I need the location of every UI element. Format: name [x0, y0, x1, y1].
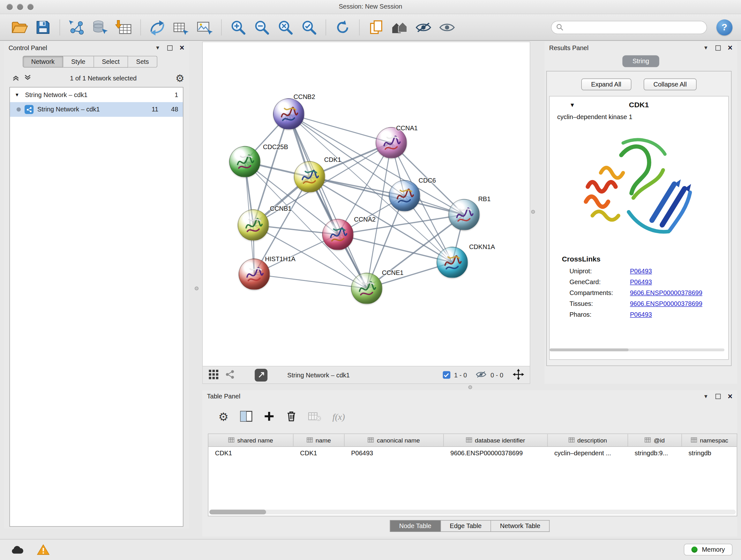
zoom-out-button[interactable] — [251, 16, 273, 38]
crosslink-link[interactable]: 9606.ENSP00000378699 — [630, 300, 702, 307]
network-node-CCNE1[interactable] — [351, 273, 382, 304]
copy-button[interactable] — [365, 16, 387, 38]
search-input[interactable] — [567, 23, 702, 30]
network-from-selection-button[interactable] — [146, 16, 168, 38]
import-table-file-button[interactable] — [113, 16, 135, 38]
warning-icon[interactable] — [34, 543, 52, 557]
network-node-CDKN1A[interactable] — [436, 247, 468, 278]
detach-view-button[interactable] — [255, 368, 267, 381]
function-builder-icon[interactable]: f(x) — [333, 412, 345, 422]
crosslink-link[interactable]: P06493 — [630, 267, 652, 274]
network-node-CDC25B[interactable] — [229, 146, 260, 178]
table-cell[interactable]: CDK1 — [208, 447, 293, 459]
table-settings-icon[interactable]: ⚙ — [218, 411, 228, 423]
pan-crosshair-icon[interactable] — [513, 368, 524, 381]
network-node-CCNB1[interactable] — [238, 209, 269, 241]
float-panel-icon[interactable] — [716, 394, 721, 399]
results-scrollbar[interactable] — [549, 348, 724, 351]
network-node-HIST1H1A[interactable] — [239, 259, 270, 290]
collapse-gene-icon[interactable]: ▼ — [569, 102, 575, 108]
refresh-layout-button[interactable] — [332, 16, 354, 38]
tab-string[interactable]: String — [622, 55, 659, 67]
network-view[interactable]: CCNB2CCNA1CDC25BCDK1CDC6RB1CCNB1CCNA2CDK… — [202, 42, 530, 384]
tab-select[interactable]: Select — [94, 56, 128, 68]
network-node-CCNA1[interactable] — [376, 127, 407, 159]
expand-all-button[interactable]: Expand All — [581, 78, 631, 90]
network-collection-row[interactable]: ▼ String Network – cdk1 1 — [10, 87, 183, 102]
import-network-file-button[interactable] — [66, 16, 87, 38]
selected-checkbox-icon[interactable] — [443, 371, 451, 379]
column-header--id[interactable]: @id — [628, 434, 682, 446]
import-network-database-button[interactable] — [89, 16, 111, 38]
caret-down-icon[interactable]: ▼ — [15, 92, 21, 98]
zoom-in-button[interactable] — [227, 16, 249, 38]
tab-network-table[interactable]: Network Table — [491, 520, 550, 532]
crosslink-link[interactable]: 9606.ENSP00000378699 — [630, 289, 702, 296]
table-cell[interactable]: stringdb — [682, 447, 737, 459]
network-node-CDK1[interactable] — [294, 161, 325, 192]
save-session-button[interactable] — [32, 16, 54, 38]
tab-edge-table[interactable]: Edge Table — [441, 520, 491, 532]
network-node-CCNA2[interactable] — [322, 219, 354, 250]
hide-selected-button[interactable] — [413, 16, 434, 38]
table-cell[interactable]: 9606.ENSP00000378699 — [444, 447, 548, 459]
float-panel-icon[interactable] — [716, 45, 721, 50]
bottom-splitter-handle[interactable] — [468, 385, 472, 389]
help-button[interactable]: ? — [717, 19, 732, 35]
column-header-canonical-name[interactable]: canonical name — [345, 434, 444, 446]
collapse-all-button[interactable]: Collapse All — [643, 78, 697, 90]
left-splitter-handle[interactable] — [195, 287, 199, 290]
share-network-icon[interactable] — [225, 369, 235, 380]
panel-menu-icon[interactable]: ▼ — [155, 45, 160, 50]
results-scrollbar-thumb[interactable] — [549, 348, 628, 351]
column-header-namespac[interactable]: namespac — [682, 434, 737, 446]
table-cell[interactable]: cyclin–dependent ... — [548, 447, 628, 459]
tab-node-table[interactable]: Node Table — [390, 520, 441, 532]
zoom-fit-button[interactable] — [274, 16, 296, 38]
table-scrollbar-thumb[interactable] — [209, 509, 266, 514]
memory-button[interactable]: Memory — [684, 544, 732, 556]
crosslink-link[interactable]: P06493 — [630, 278, 652, 286]
home-button[interactable] — [389, 16, 411, 38]
show-all-button[interactable] — [436, 16, 458, 38]
table-cell[interactable]: CDK1 — [293, 447, 345, 459]
expand-tree-icon[interactable] — [24, 74, 31, 83]
network-node-CDC6[interactable] — [389, 180, 420, 211]
table-from-network-button[interactable] — [170, 16, 192, 38]
collapse-tree-icon[interactable] — [12, 74, 19, 83]
hidden-eye-icon[interactable] — [475, 370, 487, 379]
table-row[interactable]: CDK1CDK1P064939606.ENSP00000378699cyclin… — [208, 447, 737, 459]
network-node-RB1[interactable] — [448, 199, 480, 230]
create-column-icon[interactable] — [264, 411, 274, 423]
right-splitter-handle[interactable] — [531, 210, 535, 214]
column-header-database-identifier[interactable]: database identifier — [444, 434, 548, 446]
close-panel-icon[interactable]: × — [728, 44, 733, 52]
toolbar-search[interactable] — [551, 20, 707, 34]
delete-column-icon[interactable] — [286, 410, 296, 423]
column-header-shared-name[interactable]: shared name — [208, 434, 293, 446]
tab-style[interactable]: Style — [63, 56, 94, 68]
table-cell[interactable]: P06493 — [345, 447, 444, 459]
crosslink-link[interactable]: P06493 — [630, 311, 652, 318]
float-panel-icon[interactable] — [167, 45, 172, 50]
table-horizontal-scrollbar[interactable] — [209, 509, 736, 514]
open-session-button[interactable] — [9, 16, 30, 38]
gear-icon[interactable]: ⚙ — [176, 73, 185, 83]
zoom-selected-button[interactable] — [298, 16, 320, 38]
close-panel-icon[interactable]: × — [728, 392, 733, 400]
birdseye-view-icon[interactable] — [208, 369, 219, 381]
export-image-button[interactable] — [194, 16, 215, 38]
table-cell[interactable]: stringdb:9... — [628, 447, 682, 459]
tab-network[interactable]: Network — [23, 56, 63, 68]
panel-menu-icon[interactable]: ▼ — [703, 394, 709, 399]
network-canvas[interactable]: CCNB2CCNA1CDC25BCDK1CDC6RB1CCNB1CCNA2CDK… — [203, 42, 530, 366]
panel-menu-icon[interactable]: ▼ — [703, 45, 709, 50]
tab-sets[interactable]: Sets — [128, 56, 157, 68]
network-node-CCNB2[interactable] — [273, 98, 305, 130]
network-row[interactable]: String Network – cdk1 11 48 — [10, 102, 183, 117]
close-panel-icon[interactable]: × — [180, 44, 185, 52]
cloud-icon[interactable] — [9, 543, 26, 557]
show-columns-icon[interactable] — [240, 411, 253, 423]
column-header-description[interactable]: description — [548, 434, 628, 446]
column-header-name[interactable]: name — [293, 434, 345, 446]
